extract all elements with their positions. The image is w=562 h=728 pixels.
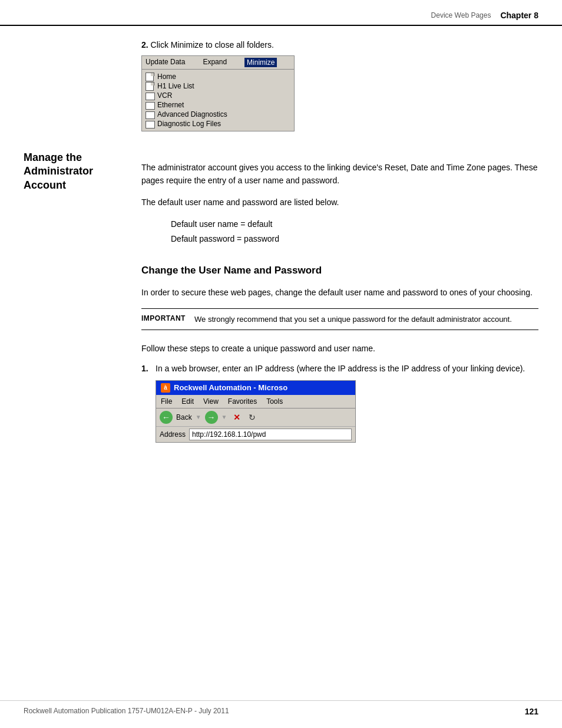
browser-titlebar: à Rockwell Automation - Microso <box>156 381 355 395</box>
menu-file[interactable]: File <box>161 396 172 407</box>
stop-button[interactable]: ✕ <box>231 411 243 423</box>
browser-address-bar: Address http://192.168.1.10/pwd <box>156 427 355 442</box>
page-footer: Rockwell Automation Publication 1757-UM0… <box>0 700 562 716</box>
change-password-para1: In order to secure these web pages, chan… <box>141 286 538 299</box>
step1-number: 1. <box>141 364 156 443</box>
browser-title: Rockwell Automation - Microso <box>174 383 287 392</box>
folder-tree-screenshot: Update Data Expand Minimize Home H1 Live… <box>141 55 295 131</box>
browser-screenshot: à Rockwell Automation - Microso File Edi… <box>156 380 356 443</box>
manage-para2: The default user name and password are l… <box>141 196 538 209</box>
home-page-icon <box>146 73 155 81</box>
default-password: Default password = password <box>171 232 538 246</box>
ethernet-folder-icon <box>146 101 155 109</box>
menu-favorites[interactable]: Favorites <box>228 396 257 407</box>
address-label: Address <box>160 430 186 439</box>
header-section-title: Device Web Pages <box>431 11 491 19</box>
home-label: Home <box>157 73 176 81</box>
important-text: We strongly recommend that you set a uni… <box>194 314 512 325</box>
manage-account-section: The administrator account gives you acce… <box>141 161 538 247</box>
forward-button[interactable]: → <box>205 411 218 424</box>
manage-para1: The administrator account gives you acce… <box>141 161 538 187</box>
page-header: Device Web Pages Chapter 8 <box>0 0 562 26</box>
footer-page-number: 121 <box>525 707 538 716</box>
minimize-btn: Minimize <box>244 58 277 67</box>
h1-page-icon <box>146 82 155 90</box>
browser-toolbar: ← Back ▼ → ▼ ✕ ↻ <box>156 409 355 427</box>
right-column: 2. Click Minimize to close all folders. … <box>130 26 562 470</box>
left-column: Manage the Administrator Account <box>0 26 130 470</box>
address-input[interactable]: http://192.168.1.10/pwd <box>189 429 352 440</box>
manage-account-heading: Manage the Administrator Account <box>24 151 118 192</box>
step1-text: In a web browser, enter an IP address (w… <box>156 364 525 373</box>
step2-number: 2. <box>141 40 148 50</box>
advanced-diag-label: Advanced Diagnostics <box>157 110 227 118</box>
change-password-section: Change the User Name and Password In ord… <box>141 265 538 443</box>
folder-tree-items: Home H1 Live List VCR Ethernet <box>142 70 294 131</box>
refresh-button[interactable]: ↻ <box>246 411 258 423</box>
default-username: Default user name = default <box>171 217 538 232</box>
back-button[interactable]: ← <box>160 411 173 424</box>
update-data-btn: Update Data <box>146 58 185 67</box>
step1-content: In a web browser, enter an IP address (w… <box>156 364 538 443</box>
folder-tree-toolbar: Update Data Expand Minimize <box>142 56 294 70</box>
change-password-heading: Change the User Name and Password <box>141 265 538 276</box>
menu-tools[interactable]: Tools <box>266 396 283 407</box>
header-chapter: Chapter 8 <box>500 11 538 20</box>
menu-view[interactable]: View <box>203 396 219 407</box>
tree-item-diag-log: Diagnostic Log Files <box>146 119 290 129</box>
defaults-block: Default user name = default Default pass… <box>171 217 538 246</box>
step2-description: Click Minimize to close all folders. <box>151 40 274 50</box>
diag-log-folder-icon <box>146 120 155 128</box>
step2-block: 2. Click Minimize to close all folders. … <box>141 40 538 131</box>
expand-btn: Expand <box>203 58 227 67</box>
page-content: Manage the Administrator Account 2. Clic… <box>0 26 562 470</box>
step2-text: 2. Click Minimize to close all folders. <box>141 40 538 50</box>
important-box: IMPORTANT We strongly recommend that you… <box>141 308 538 331</box>
tree-item-advanced-diag: Advanced Diagnostics <box>146 110 290 119</box>
tree-item-h1: H1 Live List <box>146 81 290 91</box>
browser-menubar: File Edit View Favorites Tools <box>156 395 355 409</box>
tree-item-vcr: VCR <box>146 91 290 100</box>
back-label: Back <box>176 413 192 421</box>
tree-item-home: Home <box>146 72 290 81</box>
h1-label: H1 Live List <box>157 82 194 90</box>
diag-log-label: Diagnostic Log Files <box>157 120 221 128</box>
tree-item-ethernet: Ethernet <box>146 100 290 110</box>
vcr-label: VCR <box>157 91 172 100</box>
ethernet-label: Ethernet <box>157 101 184 109</box>
manage-section-left: Manage the Administrator Account <box>24 44 118 192</box>
menu-edit[interactable]: Edit <box>181 396 194 407</box>
step1-block: 1. In a web browser, enter an IP address… <box>141 364 538 443</box>
advanced-diag-folder-icon <box>146 110 155 118</box>
footer-publication: Rockwell Automation Publication 1757-UM0… <box>24 707 229 716</box>
browser-icon: à <box>161 383 170 393</box>
important-label: IMPORTANT <box>141 314 194 325</box>
vcr-folder-icon <box>146 91 155 100</box>
follow-text: Follow these steps to create a unique pa… <box>141 342 538 355</box>
